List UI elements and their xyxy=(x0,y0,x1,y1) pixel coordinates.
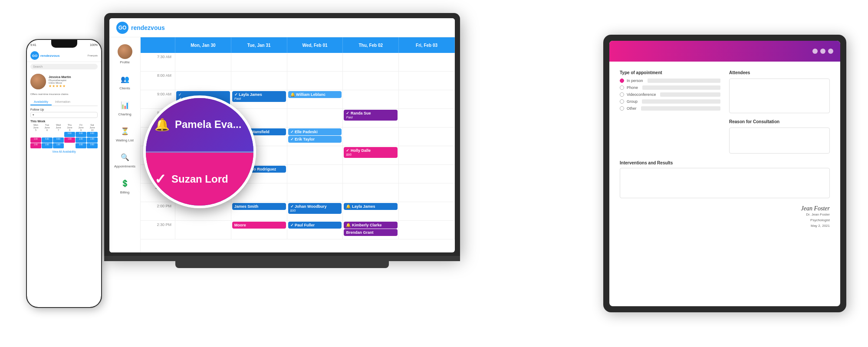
phone-slot[interactable]: 9:00 xyxy=(87,132,98,137)
cal-cell[interactable] xyxy=(175,221,231,239)
phone-tab-availability[interactable]: Availability xyxy=(30,99,52,105)
sidebar-label-billing: Billing xyxy=(120,190,129,194)
cal-cell[interactable] xyxy=(343,165,399,183)
appt-erik-taylor[interactable]: ✓ Erik Taylor xyxy=(288,136,342,143)
cal-cell-thu-1000[interactable] xyxy=(343,128,399,146)
phone-slot[interactable]: 1:00 xyxy=(87,137,98,143)
tablet-attendees-box[interactable] xyxy=(729,79,830,113)
app-header: GO rendezvous xyxy=(109,18,455,37)
phone-slot[interactable] xyxy=(42,132,53,137)
cal-cell-thu-900[interactable] xyxy=(343,90,399,108)
cal-cell[interactable] xyxy=(343,183,399,202)
phone-slot[interactable]: 1:00 xyxy=(30,143,41,148)
appt-william-leblanc[interactable]: 🔔 William Leblanc xyxy=(288,91,342,98)
appt-brendan-grant[interactable]: Brendan Grant xyxy=(344,229,398,236)
cal-cell[interactable] xyxy=(287,165,343,183)
cal-cell[interactable] xyxy=(287,146,343,164)
radio-in-person[interactable] xyxy=(620,79,624,83)
cal-cell[interactable] xyxy=(399,53,455,71)
tablet-interventions-box[interactable] xyxy=(620,168,830,198)
phone-slot[interactable] xyxy=(64,143,75,148)
phone-slot[interactable]: 9:00 xyxy=(53,137,64,143)
cal-cell-wed-pm2[interactable]: ✓ Paul Fuller xyxy=(287,221,343,239)
tablet-radio-group-opt[interactable]: Group xyxy=(620,99,720,104)
cal-cell[interactable] xyxy=(343,72,399,90)
radio-other[interactable] xyxy=(620,106,624,111)
cal-cell-thu-pm2[interactable]: 🔔 Kimberly Clarke Brendan Grant xyxy=(343,221,399,239)
appt-kimberly-clarke[interactable]: 🔔 Kimberly Clarke xyxy=(344,222,398,229)
tablet-radio-other[interactable]: Other xyxy=(620,106,720,111)
cal-cell[interactable]: Moore xyxy=(231,221,287,239)
cal-cell[interactable] xyxy=(231,53,287,71)
phone-slot[interactable]: 1:00 xyxy=(64,137,75,143)
appt-elle-padeski[interactable]: ✓ Elle Padeski xyxy=(288,128,342,135)
appt-moore[interactable]: Moore xyxy=(232,222,286,229)
cal-cell-wed-pm1[interactable]: ✓ Johan Woodbury $95 xyxy=(287,202,343,220)
cal-cell[interactable] xyxy=(287,183,343,202)
appt-johan-woodbury[interactable]: ✓ Johan Woodbury $95 xyxy=(288,203,342,214)
appt-name: ✓ Layla James xyxy=(234,92,284,97)
tablet-radio-in-person[interactable]: In person xyxy=(620,79,720,83)
appt-paul-fuller[interactable]: ✓ Paul Fuller xyxy=(288,222,342,229)
phone-day-wed: WedJune7 xyxy=(53,124,64,131)
phone-language[interactable]: Français xyxy=(88,54,98,57)
phone-view-all[interactable]: View All Availability xyxy=(27,150,101,153)
appt-holly-dalle[interactable]: ✓ Holly Dalle $95 xyxy=(344,147,398,158)
phone-slot[interactable]: 3:00 xyxy=(30,137,41,143)
cal-cell[interactable] xyxy=(175,53,231,71)
phone-slot[interactable]: 3:00 xyxy=(76,143,86,148)
sidebar-item-appointments[interactable]: 🔍 Appointments xyxy=(109,147,140,172)
cal-cell[interactable] xyxy=(287,53,343,71)
cal-cell[interactable] xyxy=(287,72,343,90)
cal-cell[interactable] xyxy=(231,72,287,90)
tablet-radio-videoconference[interactable]: Videoconference xyxy=(620,92,720,97)
cal-cell-tue-900[interactable]: ✓ Layla James Paid xyxy=(231,90,287,108)
radio-group[interactable] xyxy=(620,99,624,104)
phone-slot[interactable] xyxy=(53,132,64,137)
sidebar-item-waiting[interactable]: ⏳ Waiting List xyxy=(109,121,140,146)
cal-cell[interactable] xyxy=(399,202,455,220)
cal-cell[interactable] xyxy=(399,221,455,239)
cal-cell-thu-930[interactable]: ✓ Randa Sue Paid xyxy=(343,109,399,127)
tablet-reason-box[interactable] xyxy=(729,128,830,154)
sidebar-item-clients[interactable]: 👥 Clients xyxy=(109,69,140,94)
phone-slot[interactable]: 5:00 xyxy=(42,137,53,143)
cal-cell[interactable] xyxy=(399,72,455,90)
cal-cell[interactable]: James Smith xyxy=(231,202,287,220)
phone-slot[interactable]: 1:00 xyxy=(76,137,86,143)
cal-cell[interactable] xyxy=(343,53,399,71)
appt-layla-james[interactable]: ✓ Layla James Paid xyxy=(232,91,286,102)
sidebar-item-billing[interactable]: 💲 Billing xyxy=(109,174,140,198)
cal-cell-fri-1000[interactable] xyxy=(399,128,455,146)
phone-followup-select[interactable]: ▾ xyxy=(30,112,98,118)
cal-header-thu: Thu, Feb 02 xyxy=(343,37,399,53)
phone-search[interactable]: Search xyxy=(30,64,98,69)
cal-cell-wed-1000[interactable]: ✓ Elle Padeski ✓ Erik Taylor xyxy=(287,128,343,146)
appt-layla-james2[interactable]: 🔔 Layla James xyxy=(344,203,398,210)
phone-slot[interactable]: 1:00 xyxy=(42,143,53,148)
phone-slot[interactable]: 3:00 xyxy=(87,143,98,148)
radio-phone[interactable] xyxy=(620,85,624,90)
cal-cell[interactable] xyxy=(399,146,455,164)
phone-slot[interactable] xyxy=(30,132,41,137)
cal-cell-thu-pm1[interactable]: 🔔 Layla James xyxy=(343,202,399,220)
cal-cell[interactable] xyxy=(287,109,343,127)
appt-james-smith[interactable]: James Smith xyxy=(232,203,286,210)
cal-cell[interactable] xyxy=(399,165,455,183)
sidebar-item-charting[interactable]: 📊 Charting xyxy=(109,95,140,120)
cal-cell[interactable] xyxy=(399,109,455,127)
cal-cell-fri-900[interactable] xyxy=(399,90,455,108)
cal-cell[interactable] xyxy=(399,183,455,202)
phone-tab-information[interactable]: Information xyxy=(52,99,74,105)
phone-slot[interactable]: 9:00 xyxy=(76,132,86,137)
cal-cell[interactable] xyxy=(175,72,231,90)
phone-slot[interactable]: 9:00 xyxy=(64,132,75,137)
phone-slot[interactable]: 1:00 xyxy=(53,143,64,148)
cal-cell-thu-1030[interactable]: ✓ Holly Dalle $95 xyxy=(343,146,399,164)
cal-cell-wed-900[interactable]: 🔔 William Leblanc xyxy=(287,90,343,108)
phone-search-placeholder: Search xyxy=(33,65,43,68)
sidebar-item-profile[interactable]: Profile xyxy=(109,41,140,68)
appt-randa-sue[interactable]: ✓ Randa Sue Paid xyxy=(344,110,398,121)
tablet-radio-phone[interactable]: Phone xyxy=(620,85,720,90)
radio-videoconference[interactable] xyxy=(620,92,624,97)
